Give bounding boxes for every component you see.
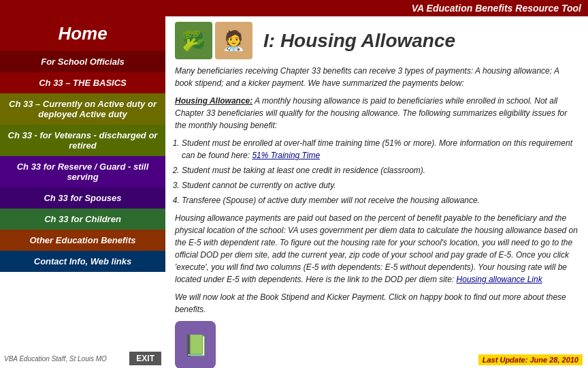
sidebar-item-for-school-officials[interactable]: For School Officials <box>0 51 165 72</box>
happy-book-icon[interactable]: 📗 <box>175 321 216 368</box>
sidebar-item-ch33-spouses[interactable]: Ch 33 for Spouses <box>0 187 165 209</box>
intro-paragraph: Many beneficiaries receiving Chapter 33 … <box>175 65 578 89</box>
sidebar-item-label: Ch 33 for Children <box>44 214 121 224</box>
sidebar-item-contact-info[interactable]: Contact Info, Web links <box>0 251 165 272</box>
footer-text: VBA Education Staff, St Louis MO <box>4 355 107 363</box>
sidebar-item-ch33-basics[interactable]: Ch 33 – THE BASICS <box>0 72 165 93</box>
content-body: Many beneficiaries receiving Chapter 33 … <box>175 65 578 368</box>
list-item: Transferee (Spouse) of active duty membe… <box>182 194 578 206</box>
sidebar-footer: VBA Education Staff, St Louis MO EXIT <box>0 349 165 368</box>
list-item-4-text: Transferee (Spouse) of active duty membe… <box>182 196 480 205</box>
top-banner: VA Education Benefits Resource Tool <box>0 0 588 16</box>
sidebar-item-other-education[interactable]: Other Education Benefits <box>0 230 165 251</box>
list-item: Student must be enrolled at over-half ti… <box>182 137 578 162</box>
dod-text: Housing allowance payments are paid out … <box>175 213 578 284</box>
content-area: 🥦 🧑‍⚕️ I: Housing Allowance Many benefic… <box>165 16 588 368</box>
sidebar: Home For School Officials Ch 33 – THE BA… <box>0 16 165 368</box>
sidebar-item-label: Ch 33 - for Veterans - discharged or ret… <box>8 130 158 151</box>
list-item: Student cannot be currently on active du… <box>182 179 578 191</box>
last-update-badge: Last Update: June 28, 2010 <box>478 354 583 365</box>
content-title: I: Housing Allowance <box>263 30 455 52</box>
list-item-1-text: Student must be enrolled at over-half ti… <box>182 138 572 160</box>
header-images: 🥦 🧑‍⚕️ <box>175 22 252 59</box>
content-header: 🥦 🧑‍⚕️ I: Housing Allowance <box>175 22 578 59</box>
dod-paragraph: Housing allowance payments are paid out … <box>175 212 578 286</box>
housing-allowance-heading: Housing Allowance: <box>175 96 252 106</box>
broccoli-icon: 🥦 <box>175 22 212 59</box>
sidebar-item-label: Ch 33 for Reserve / Guard - still servin… <box>17 162 149 182</box>
sidebar-item-label: Ch 33 for Spouses <box>44 193 121 203</box>
exit-button[interactable]: EXIT <box>129 352 161 365</box>
closing-paragraph: We will now look at the Book Stipend and… <box>175 291 578 316</box>
sidebar-home[interactable]: Home <box>0 16 165 51</box>
last-update-text: Last Update: June 28, 2010 <box>483 356 578 364</box>
sidebar-item-ch33-active[interactable]: Ch 33 – Currently on Active duty or depl… <box>0 93 165 125</box>
home-label: Home <box>58 23 107 44</box>
list-item: Student must be taking at least one cred… <box>182 164 578 177</box>
sidebar-item-label: Ch 33 – THE BASICS <box>39 78 127 88</box>
closing-text: We will now look at the Book Stipend and… <box>175 292 566 314</box>
sidebar-item-label: Ch 33 – Currently on Active duty or depl… <box>9 99 157 119</box>
sidebar-item-ch33-children[interactable]: Ch 33 for Children <box>0 209 165 230</box>
sidebar-item-label: Other Education Benefits <box>29 235 135 245</box>
sidebar-item-ch33-veterans[interactable]: Ch 33 - for Veterans - discharged or ret… <box>0 125 165 156</box>
housing-allowance-link[interactable]: Housing allowance Link <box>457 275 542 284</box>
training-time-link[interactable]: 51% Training Time <box>252 151 320 160</box>
housing-allowance-paragraph: Housing Allowance: A monthly housing all… <box>175 95 578 132</box>
sidebar-item-ch33-reserve[interactable]: Ch 33 for Reserve / Guard - still servin… <box>0 156 165 187</box>
list-item-3-text: Student cannot be currently on active du… <box>182 181 336 190</box>
sidebar-item-label: Contact Info, Web links <box>34 256 132 266</box>
numbered-list: Student must be enrolled at over-half ti… <box>182 137 578 206</box>
person-icon: 🧑‍⚕️ <box>215 22 252 59</box>
list-item-2-text: Student must be taking at least one cred… <box>182 166 425 175</box>
sidebar-item-label: For School Officials <box>41 57 125 67</box>
banner-title: VA Education Benefits Resource Tool <box>412 3 581 14</box>
